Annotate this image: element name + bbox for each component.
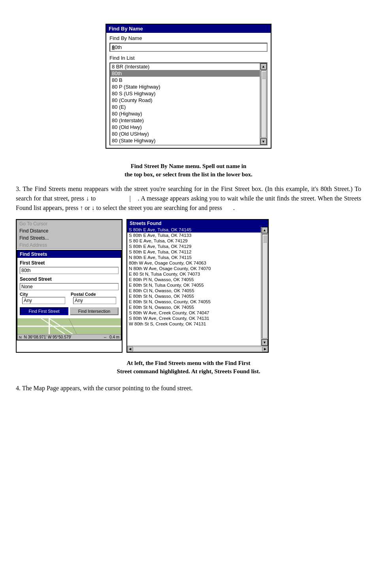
list-item[interactable]: 80 (County Road) [110, 97, 260, 104]
list-item[interactable]: 80 (Interstate) [110, 117, 260, 124]
find-in-list-label: Find In List [109, 55, 268, 61]
sf-list-item[interactable]: 80th W Ave, Osage County, OK 74063 [127, 260, 261, 266]
sf-scrollbar[interactable]: ▲ ▼ [261, 227, 268, 346]
sf-list-item[interactable]: S 80th W Ave, Creek County, OK 74047 [127, 310, 261, 316]
sf-list-item[interactable]: E 80th Pl N, Owasso, OK 74055 [127, 277, 261, 282]
city-input[interactable]: Any [22, 297, 65, 304]
list-item[interactable]: 80th [110, 70, 260, 77]
sf-list-item[interactable]: E 80th St N, Owasso, OK 74055 [127, 293, 261, 299]
list-item[interactable]: 80 (E) [110, 104, 260, 110]
second-street-label: Second Street [17, 276, 121, 283]
sf-hscrollbar[interactable]: ◀ ▶ [127, 346, 268, 352]
compass-n: N [19, 335, 22, 339]
paragraph4: 4. The Map Page appears, with the cursor… [16, 384, 361, 393]
second-street-input[interactable]: None [20, 283, 119, 290]
screenshot-row: Go To Cursor Find Distance Find Streets.… [16, 219, 361, 353]
scroll-up-arrow[interactable]: ▲ [260, 63, 267, 70]
svg-line-2 [69, 318, 77, 334]
caption2: At left, the Find Streets menu with the … [50, 359, 327, 376]
dialog-title: Find By Name [106, 25, 271, 33]
postal-code-label: Postal Code [71, 292, 119, 297]
find-streets-title: Find Streets [17, 251, 121, 258]
scroll-thumb[interactable] [262, 71, 266, 79]
map-roads-svg [17, 318, 121, 334]
find-by-name-label: Find By Name [109, 35, 268, 41]
sf-list-item[interactable]: E 80th St N, Owasso, County, OK 74055 [127, 299, 261, 304]
find-distance-item[interactable]: Find Distance [17, 227, 121, 234]
find-in-list-box[interactable]: 8 BR (Interstate)80th80 B80 P (State Hig… [109, 62, 268, 146]
find-address-item[interactable]: Find Address [17, 242, 121, 249]
list-item[interactable]: 80 (US Highway) [110, 144, 260, 145]
scroll-track[interactable] [261, 70, 266, 138]
list-items: 8 BR (Interstate)80th80 B80 P (State Hig… [110, 63, 260, 145]
sf-list-item[interactable]: S 80 E Ave, Tulsa, OK 74129 [127, 238, 261, 244]
first-street-label: First Street [17, 259, 121, 267]
find-intersection-button[interactable]: Find Intersection [70, 307, 119, 315]
list-item[interactable]: 80 S (US Highway) [110, 90, 260, 97]
list-item[interactable]: 80 (Old Hwy) [110, 124, 260, 130]
scale-value: 0.4 m [109, 335, 119, 339]
find-streets-item[interactable]: Find Streets... [17, 234, 121, 242]
list-item[interactable]: 80 (State Highway) [110, 137, 260, 144]
sf-hscroll-right[interactable]: ▶ [262, 346, 268, 352]
list-item[interactable]: 8 BR (Interstate) [110, 63, 260, 70]
streets-found-list-container[interactable]: S 80th E Ave, Tulsa, OK 74145S 80th E Av… [127, 227, 268, 346]
find-by-name-dialog: Find By Name Find By Name 80th Find In L… [106, 24, 271, 149]
sf-list-item[interactable]: N 80th E Ave, Tulsa, OK 74115 [127, 255, 261, 260]
streets-found-list: S 80th E Ave, Tulsa, OK 74145S 80th E Av… [127, 227, 261, 346]
sf-list-item[interactable]: S 80th E Ave, Tulsa, OK 74145 [127, 227, 261, 233]
sf-scroll-track[interactable] [262, 234, 268, 338]
map-preview [17, 318, 121, 334]
list-item[interactable]: 80 (Highway) [110, 110, 260, 117]
sf-list-item[interactable]: S 80th W Ave, Creek County, OK 74131 [127, 316, 261, 321]
scroll-down-arrow[interactable]: ▼ [260, 138, 267, 145]
sf-list-item[interactable]: S 80th E Ave, Tulsa, OK 74129 [127, 244, 261, 249]
list-item[interactable]: 80 P (State Highway) [110, 83, 260, 90]
find-by-name-input[interactable]: 80th [109, 43, 268, 52]
sf-list-item[interactable]: S 80th E Ave, Tulsa, OK 74133 [127, 233, 261, 238]
find-first-street-button[interactable]: Find First Street [20, 307, 68, 315]
sf-hscroll-track[interactable] [134, 347, 262, 351]
streets-found-title: Streets Found [127, 220, 268, 227]
sf-list-item[interactable]: N 80th W Ave, Osage County, OK 74070 [127, 266, 261, 271]
postal-code-input[interactable]: Any [73, 297, 116, 304]
sf-scroll-thumb[interactable] [263, 235, 268, 243]
list-item[interactable]: 80 B [110, 77, 260, 83]
sf-list-item[interactable]: E 80th Ct N, Owasso, OK 74055 [127, 288, 261, 293]
city-label: City [20, 292, 68, 297]
sf-scroll-down[interactable]: ▼ [262, 339, 268, 346]
coord-bar: N N 36°08.971' W 95°50.579' ↔ 0.4 m [17, 334, 121, 340]
sf-list-item[interactable]: E 80 St N, Tulsa County, OK 74073 [127, 271, 261, 277]
first-street-input[interactable]: 80th [20, 267, 119, 274]
sf-list-item[interactable]: S 80th E Ave, Tulsa, OK 74112 [127, 249, 261, 255]
sf-list-item[interactable]: W 80th St S, Creek County, OK 74131 [127, 321, 261, 327]
list-item[interactable]: 80 (Old USHwy) [110, 130, 260, 137]
goto-cursor-item[interactable]: Go To Cursor [17, 220, 121, 227]
caption1: Find Street By Name menu. Spell out name… [50, 162, 327, 179]
sf-list-item[interactable]: E 80th St N, Owasso, OK 74055 [127, 304, 261, 310]
sf-list-item[interactable]: E 80th St N, Tulsa County, OK 74055 [127, 282, 261, 288]
input-text: 0th [115, 44, 122, 50]
scale-arrow: ↔ [103, 335, 107, 339]
coordinates: N 36°08.971' W 95°50.579' [24, 335, 72, 339]
list-scrollbar[interactable]: ▲ ▼ [260, 63, 267, 145]
sf-scroll-up[interactable]: ▲ [262, 227, 268, 233]
find-streets-panel: Go To Cursor Find Distance Find Streets.… [16, 219, 123, 353]
streets-found-panel: Streets Found S 80th E Ave, Tulsa, OK 74… [126, 219, 269, 353]
paragraph3: 3. The Find Streets menu reappears with … [16, 184, 361, 213]
sf-hscroll-left[interactable]: ◀ [127, 346, 133, 352]
